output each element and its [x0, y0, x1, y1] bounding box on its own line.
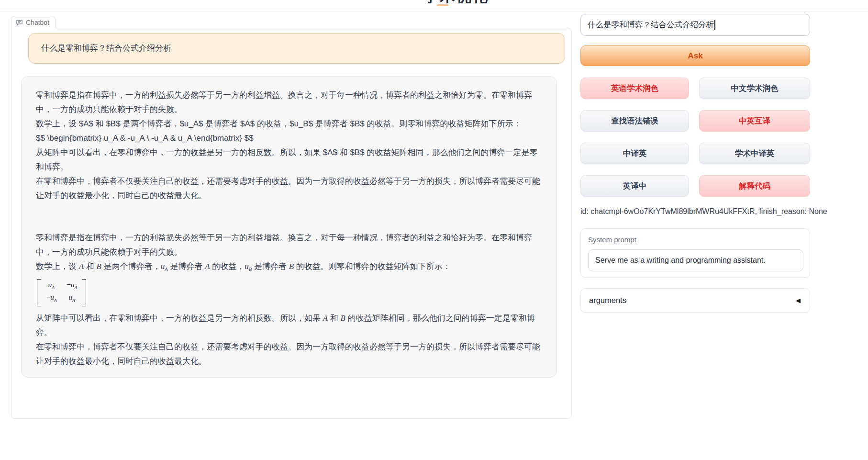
btn-english-academic-polish[interactable]: 英语学术润色 [580, 78, 689, 99]
bot-paragraph-raw-1: 零和博弈是指在博弈中，一方的利益损失必然等于另一方的利益增益。换言之，对于每一种… [36, 88, 542, 117]
bot-paragraph-raw-3: 从矩阵中可以看出，在零和博弈中，一方的收益是另一方的相反数。所以，如果 $A$ … [36, 146, 542, 174]
bot-paragraph-rendered-3: 从矩阵中可以看出，在零和博弈中，一方的收益是另一方的相反数。所以，如果 A 和 … [36, 311, 542, 340]
header-divider [0, 11, 868, 11]
bot-paragraph-raw-formula: $$ \begin{bmatrix} u_A & -u_A \ -u_A & u… [36, 131, 542, 146]
app-root: 学术优化 Chatbot 什么是零和博弈？结合公式介绍分析 零和博弈是指在博弈中… [0, 0, 868, 460]
btn-zh-to-en[interactable]: 中译英 [580, 143, 689, 164]
question-input-value: 什么是零和博弈？结合公式介绍分析 [588, 20, 714, 30]
user-message: 什么是零和博弈？结合公式介绍分析 [28, 33, 565, 64]
chatbot-panel: 什么是零和博弈？结合公式介绍分析 零和博弈是指在博弈中，一方的利益损失必然等于另… [11, 28, 572, 419]
chatbot-label: Chatbot [11, 16, 56, 28]
accordion-label: arguments [589, 296, 626, 305]
bot-paragraph-rendered-2: 数学上，设 A 和 B 是两个博弈者，uA 是博弈者 A 的收益，uB 是博弈者… [36, 259, 542, 277]
bot-paragraph-rendered-4: 在零和博弈中，博弈者不仅要关注自己的收益，还需要考虑对手的收益。因为一方取得的收… [36, 340, 542, 369]
arguments-accordion[interactable]: arguments ◀ [580, 288, 810, 313]
btn-academic-zh-to-en[interactable]: 学术中译英 [699, 143, 810, 164]
math-matrix-cells: uA−uA−uAuA [41, 279, 82, 306]
btn-zh-en-mutual-translate[interactable]: 中英互译 [699, 110, 810, 132]
collapse-triangle-icon: ◀ [796, 297, 801, 304]
matrix-bracket-right [82, 279, 86, 306]
title-underline [437, 4, 448, 6]
system-prompt-input[interactable] [588, 249, 803, 271]
chatbot-label-text: Chatbot [26, 19, 49, 26]
page-title-fragment: 学术优化 [423, 0, 505, 3]
ask-button[interactable]: Ask [580, 45, 810, 66]
bot-message: 零和博弈是指在博弈中，一方的利益损失必然等于另一方的利益增益。换言之，对于每一种… [21, 76, 557, 378]
text-cursor [714, 20, 715, 30]
btn-find-grammar-errors[interactable]: 查找语法错误 [580, 110, 689, 132]
system-prompt-label: System prompt [588, 236, 802, 244]
matrix-bracket-left [37, 279, 41, 306]
btn-en-to-zh[interactable]: 英译中 [580, 175, 689, 197]
bot-paragraph-rendered-1: 零和博弈是指在博弈中，一方的利益损失必然等于另一方的利益增益。换言之，对于每一种… [36, 231, 542, 259]
completion-status: id: chatcmpl-6wOo7KrYTwMl89lbrMWRu4UkFFX… [580, 207, 848, 216]
user-message-text: 什么是零和博弈？结合公式介绍分析 [41, 41, 171, 56]
bot-paragraph-raw-4: 在零和博弈中，博弈者不仅要关注自己的收益，还需要考虑对手的收益。因为一方取得的收… [36, 174, 542, 203]
btn-chinese-academic-polish[interactable]: 中文学术润色 [699, 78, 810, 99]
math-matrix: uA−uA−uAuA [37, 279, 86, 306]
question-input[interactable]: 什么是零和博弈？结合公式介绍分析 [580, 14, 810, 36]
chat-bubble-icon [16, 19, 23, 26]
btn-explain-code[interactable]: 解释代码 [699, 175, 810, 197]
bot-paragraph-raw-2: 数学上，设 $A$ 和 $B$ 是两个博弈者，$u_A$ 是博弈者 $A$ 的收… [36, 117, 542, 131]
system-prompt-card: System prompt [580, 228, 810, 278]
paragraph-gap [36, 203, 542, 231]
